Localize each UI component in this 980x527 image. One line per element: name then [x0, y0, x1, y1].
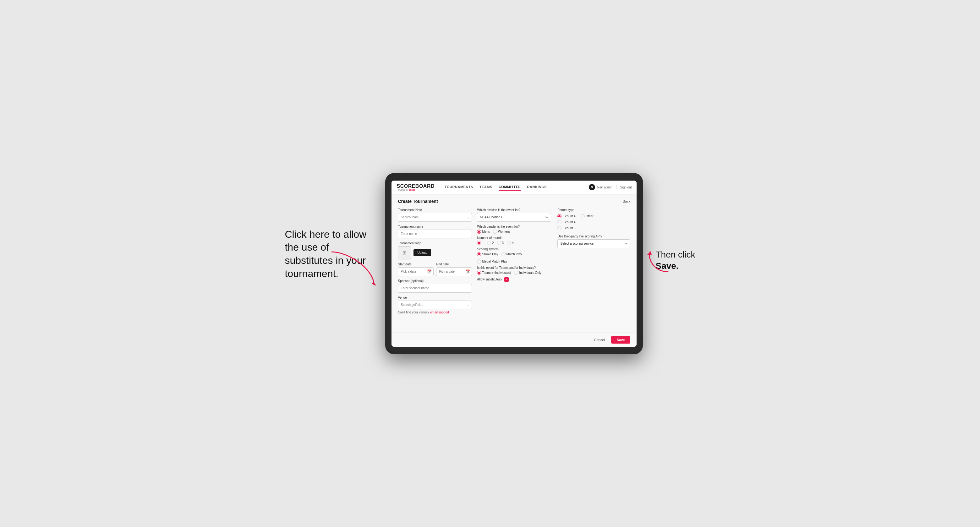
format-other-radio[interactable] — [581, 214, 585, 218]
sign-out-link[interactable]: Sign out — [620, 186, 632, 189]
nav-user-area: B blair admin Sign out — [589, 184, 632, 190]
medal-match-play-label: Medal Match Play — [482, 260, 507, 263]
rounds-3-label: 3 — [502, 241, 504, 244]
format-6count5-radio[interactable] — [557, 226, 562, 230]
teams-label: Teams (+Individuals) — [482, 271, 511, 275]
scoring-service-label: Use third-party live scoring API? — [557, 235, 630, 238]
rounds-4-radio[interactable] — [507, 241, 511, 245]
venue-label: Venue — [398, 296, 472, 299]
tournament-name-label: Tournament name — [398, 225, 472, 228]
format-6count4-label: 6 count 4 — [562, 221, 575, 224]
scoring-system-label: Scoring system — [477, 248, 551, 251]
date-row: Start date 📅 End date 📅 — [398, 263, 472, 276]
format-6count4-option[interactable]: 6 count 4 — [557, 220, 575, 224]
scoring-service-select[interactable]: Select a scoring service — [557, 239, 630, 248]
gender-womens-option[interactable]: Womens — [493, 230, 510, 234]
division-select[interactable]: NCAA Division I — [477, 213, 551, 222]
rounds-4-label: 4 — [512, 241, 514, 244]
form-col-3: Format type 5 count 4 Other — [556, 208, 630, 314]
left-arrow-icon — [329, 249, 379, 286]
tournament-host-input[interactable] — [398, 213, 472, 222]
match-play-option[interactable]: Match Play — [501, 252, 522, 256]
logo-area: SCOREBOARD Powered by clippd — [396, 184, 434, 191]
user-name: blair admin — [597, 186, 612, 189]
format-type-title: Format type — [557, 208, 630, 212]
gender-mens-radio[interactable] — [477, 230, 481, 234]
format-6count4-radio[interactable] — [557, 220, 562, 224]
rounds-2-option[interactable]: 2 — [487, 241, 494, 245]
calendar-icon-start: 📅 — [427, 270, 432, 274]
user-avatar: B — [589, 184, 595, 190]
search-icon: ⌄ — [467, 216, 469, 219]
page-header: Create Tournament ‹ Back — [398, 199, 630, 204]
individuals-only-label: Individuals Only — [519, 271, 541, 275]
stroke-play-radio[interactable] — [477, 252, 481, 256]
tournament-logo-label: Tournament logo — [398, 241, 472, 245]
gender-label: Which gender is the event for? — [477, 225, 551, 228]
rounds-1-option[interactable]: 1 — [477, 241, 484, 245]
upload-button[interactable]: Upload — [414, 249, 431, 256]
venue-note: Can't find your venue? email support — [398, 311, 472, 314]
event-type-radio-group: Teams (+Individuals) Individuals Only — [477, 271, 551, 275]
format-other-label: Other — [585, 214, 593, 218]
rounds-2-radio[interactable] — [487, 241, 491, 245]
format-row-2: 6 count 4 — [557, 220, 630, 224]
end-date-group: End date 📅 — [436, 263, 472, 276]
format-row-1: 5 count 4 Other — [557, 214, 630, 218]
start-date-group: Start date 📅 — [398, 263, 434, 276]
format-other-option[interactable]: Other — [581, 214, 593, 218]
format-6count5-option[interactable]: 6 count 5 — [557, 226, 575, 230]
tournament-name-input[interactable] — [398, 230, 472, 238]
back-button[interactable]: ‹ Back — [620, 199, 630, 203]
format-5count4-radio[interactable] — [557, 214, 562, 218]
nav-bar: SCOREBOARD Powered by clippd TOURNAMENTS… — [391, 181, 636, 194]
teams-option[interactable]: Teams (+Individuals) — [477, 271, 511, 275]
gender-womens-radio[interactable] — [493, 230, 497, 234]
venue-dropdown-icon: ⌄ — [467, 303, 469, 306]
stroke-play-label: Stroke Play — [482, 252, 498, 256]
rounds-2-label: 2 — [492, 241, 494, 244]
medal-match-play-option[interactable]: Medal Match Play — [477, 259, 507, 264]
calendar-icon-end: 📅 — [465, 270, 470, 274]
teams-radio[interactable] — [477, 271, 481, 275]
gender-mens-option[interactable]: Mens — [477, 230, 490, 234]
substitutes-checkbox[interactable] — [504, 277, 509, 282]
form-footer: Cancel Save — [391, 333, 636, 347]
nav-committee[interactable]: COMMITTEE — [499, 184, 521, 190]
substitutes-row: Allow substitutes? — [477, 277, 551, 282]
end-date-label: End date — [436, 263, 472, 266]
tablet-screen: SCOREBOARD Powered by clippd TOURNAMENTS… — [391, 181, 636, 347]
medal-match-play-radio[interactable] — [477, 259, 481, 264]
format-5count4-option[interactable]: 5 count 4 — [557, 214, 575, 218]
rounds-4-option[interactable]: 4 — [507, 241, 514, 245]
individuals-only-option[interactable]: Individuals Only — [514, 271, 541, 275]
right-arrow-icon — [646, 250, 671, 275]
rounds-label: Number of rounds — [477, 236, 551, 240]
nav-rankings[interactable]: RANKINGS — [527, 184, 547, 190]
tablet-device: SCOREBOARD Powered by clippd TOURNAMENTS… — [385, 173, 643, 354]
venue-input[interactable] — [398, 300, 472, 310]
stroke-play-option[interactable]: Stroke Play — [477, 252, 498, 256]
substitutes-label: Allow substitutes? — [477, 278, 502, 281]
form-col-1: Tournament Host ⌄ Tournament name Tourna… — [398, 208, 472, 314]
main-content: Create Tournament ‹ Back Tournament Host… — [391, 194, 636, 333]
match-play-radio[interactable] — [501, 252, 506, 256]
nav-teams[interactable]: TEAMS — [479, 184, 492, 190]
email-support-link[interactable]: email support — [430, 311, 449, 314]
page-title: Create Tournament — [398, 199, 438, 204]
individuals-only-radio[interactable] — [514, 271, 518, 275]
gender-mens-label: Mens — [482, 230, 490, 233]
nav-tournaments[interactable]: TOURNAMENTS — [445, 184, 473, 190]
rounds-1-radio[interactable] — [477, 241, 481, 245]
save-button[interactable]: Save — [611, 336, 631, 344]
tournament-host-label: Tournament Host — [398, 208, 472, 212]
form-grid: Tournament Host ⌄ Tournament name Tourna… — [398, 208, 630, 314]
cancel-button[interactable]: Cancel — [590, 336, 609, 344]
logo-scoreboard: SCOREBOARD — [396, 184, 434, 189]
rounds-3-option[interactable]: 3 — [497, 241, 504, 245]
logo-upload-area: ⊞ Upload — [398, 246, 472, 259]
gender-radio-group: Mens Womens — [477, 230, 551, 234]
rounds-3-radio[interactable] — [497, 241, 501, 245]
end-date-wrapper: 📅 — [436, 267, 472, 276]
sponsor-input[interactable] — [398, 284, 472, 293]
